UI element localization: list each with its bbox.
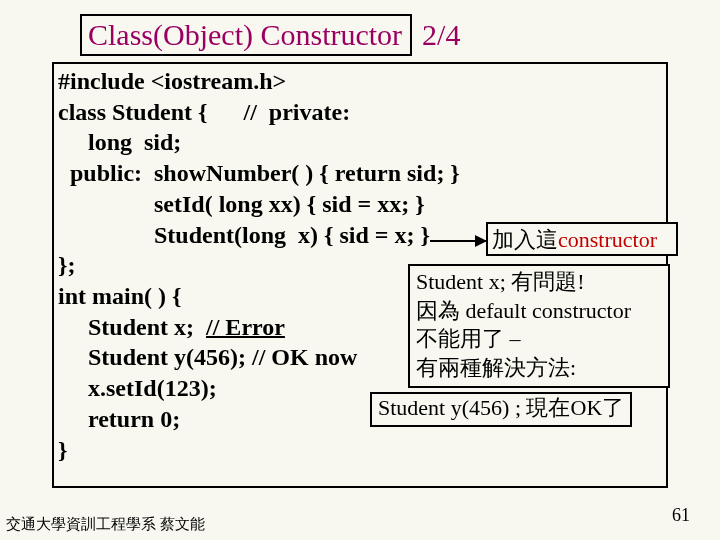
title-suffix: 2/4 — [422, 18, 460, 52]
title-box: Class(Object) Constructor — [80, 14, 412, 56]
callout-keyword: constructor — [558, 227, 657, 252]
footer-credit: 交通大學資訓工程學系 蔡文能 — [6, 515, 205, 534]
callout-line: Student x; 有問題! — [416, 268, 662, 297]
callout-text: Student y(456) ; 現在OK了 — [378, 395, 624, 420]
code-fragment: Student x; — [58, 314, 206, 340]
code-line: Student(long x) { sid = x; } — [58, 220, 460, 251]
code-line: public: showNumber( ) { return sid; } — [58, 158, 460, 189]
slide: Class(Object) Constructor 2/4 #include <… — [0, 0, 720, 540]
title-row: Class(Object) Constructor 2/4 — [80, 14, 460, 56]
code-line: long sid; — [58, 127, 460, 158]
code-line: #include <iostream.h> — [58, 66, 460, 97]
callout-solution: Student y(456) ; 現在OK了 — [370, 392, 632, 427]
page-number: 61 — [672, 505, 690, 526]
code-line: Student x; // Error — [58, 312, 460, 343]
callout-text: 加入這 — [492, 227, 558, 252]
code-line: }; — [58, 250, 460, 281]
error-comment: // Error — [206, 314, 285, 340]
code-line: class Student { // private: — [58, 97, 460, 128]
callout-line: 有兩種解決方法: — [416, 354, 662, 383]
title-main: Class(Object) Constructor — [88, 18, 402, 51]
callout-problem: Student x; 有問題! 因為 default constructor 不… — [408, 264, 670, 388]
code-line: int main( ) { — [58, 281, 460, 312]
code-line: } — [58, 435, 460, 466]
callout-constructor: 加入這constructor — [486, 222, 678, 256]
callout-line: 不能用了 – — [416, 325, 662, 354]
callout-line: 因為 default constructor — [416, 297, 662, 326]
code-line: Student y(456); // OK now — [58, 342, 460, 373]
code-line: setId( long xx) { sid = xx; } — [58, 189, 460, 220]
arrow-icon — [430, 240, 486, 242]
